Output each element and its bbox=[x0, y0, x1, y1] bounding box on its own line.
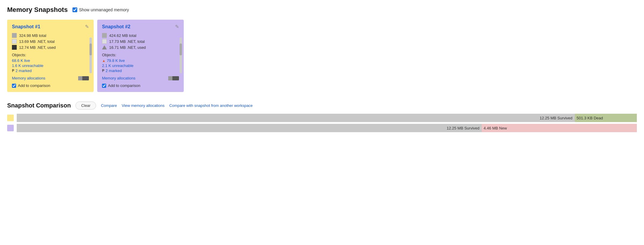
bar-dead-1: 501.3 KB Dead bbox=[575, 114, 637, 122]
snapshot-1-comparison-row: Add to comparison bbox=[12, 83, 89, 88]
snapshot-2-live: ▲ 79.8 K live bbox=[102, 58, 179, 63]
snapshot-2-total: 424.62 MB total bbox=[109, 33, 136, 38]
snapshot-2-alloc-row: Memory allocations bbox=[102, 76, 179, 80]
snapshot-1-mini-bar-inner bbox=[78, 76, 82, 80]
live-arrow-icon: ▲ bbox=[102, 59, 106, 63]
show-unmanaged-label[interactable]: Show unmanaged memory bbox=[72, 7, 129, 12]
snapshot-2-stats: 424.62 MB total 17.73 MB .NET, total 16.… bbox=[102, 33, 179, 50]
snapshot-card-2: Snapshot #2 ✎ 424.62 MB total 17.73 MB .… bbox=[97, 20, 184, 92]
comparison-title: Snapshot Comparison bbox=[7, 102, 71, 109]
snapshot-2-unreachable: 2.1 K unreachable bbox=[102, 63, 179, 68]
snapshot-1-header: Snapshot #1 ✎ bbox=[12, 24, 89, 29]
snapshot-2-scrollbar[interactable] bbox=[180, 38, 182, 73]
bar-wrapper-2: 12.25 MB Survived 4.46 MB New bbox=[17, 124, 637, 132]
snapshot-2-net-used-row: 16.71 MB .NET, used bbox=[102, 45, 179, 50]
snapshot-2-alloc-label[interactable]: Memory allocations bbox=[102, 76, 135, 80]
marked-icon-2: Ᵽ bbox=[102, 68, 104, 73]
show-unmanaged-text: Show unmanaged memory bbox=[79, 7, 129, 12]
snapshot-1-total-row: 324.98 MB total bbox=[12, 33, 89, 38]
snapshot-2-comparison-row: Add to comparison bbox=[102, 83, 179, 88]
snapshot-1-marked: Ᵽ 2 marked bbox=[12, 68, 89, 73]
snapshot-2-mini-bar bbox=[168, 76, 179, 80]
total-color-box-2 bbox=[102, 33, 107, 38]
marked-icon-1: Ᵽ bbox=[12, 68, 14, 73]
snapshot-1-live-text: 68.6 K live bbox=[12, 58, 30, 63]
triangle-up-shape bbox=[102, 45, 107, 49]
snapshot-2-marked-text: 2 marked bbox=[106, 68, 122, 73]
snapshot-2-live-text: 79.8 K live bbox=[107, 58, 125, 63]
snapshot-2-mini-bar-inner bbox=[168, 76, 172, 80]
net-total-color-box-1 bbox=[12, 39, 17, 44]
net-total-color-box-2 bbox=[102, 39, 107, 44]
snapshot-1-compare-checkbox[interactable] bbox=[12, 84, 16, 88]
net-used-color-box-1 bbox=[12, 45, 17, 50]
bar-survived-label-2: 12.25 MB Survived bbox=[447, 126, 479, 130]
snapshot-1-net-used: 12.74 MB .NET, used bbox=[19, 45, 56, 50]
snapshot-2-header: Snapshot #2 ✎ bbox=[102, 24, 179, 29]
bar-survived-1: 12.25 MB Survived bbox=[17, 114, 575, 122]
snapshot-2-marked: Ᵽ 2 marked bbox=[102, 68, 179, 73]
show-unmanaged-checkbox[interactable] bbox=[72, 7, 77, 12]
snapshot-1-net-used-row: 12.74 MB .NET, used bbox=[12, 45, 89, 50]
snapshot-1-alloc-label[interactable]: Memory allocations bbox=[12, 76, 45, 80]
comparison-rows: 12.25 MB Survived 501.3 KB Dead 12.25 MB… bbox=[7, 114, 637, 132]
snapshot-1-title: Snapshot #1 bbox=[12, 24, 40, 29]
snapshot-1-alloc-row: Memory allocations bbox=[12, 76, 89, 80]
snapshot-2-title: Snapshot #2 bbox=[102, 24, 130, 29]
bar-new-2: 4.46 MB New bbox=[482, 124, 637, 132]
snapshot-1-net-total: 13.69 MB .NET, total bbox=[19, 39, 55, 44]
snapshot-1-scrollbar[interactable] bbox=[89, 38, 92, 73]
snapshots-row: Snapshot #1 ✎ 324.98 MB total 13.69 MB .… bbox=[7, 20, 637, 92]
snapshot-1-unreachable: 1.6 K unreachable bbox=[12, 63, 89, 68]
bar-dead-label-1: 501.3 KB Dead bbox=[577, 116, 603, 120]
total-color-box-1 bbox=[12, 33, 17, 38]
net-used-icon-2 bbox=[102, 45, 107, 50]
page-title: Memory Snapshots bbox=[7, 6, 68, 14]
snapshot-1-stats: 324.98 MB total 13.69 MB .NET, total 12.… bbox=[12, 33, 89, 50]
snapshot-1-live: 68.6 K live bbox=[12, 58, 89, 63]
bar-wrapper-1: 12.25 MB Survived 501.3 KB Dead bbox=[17, 114, 637, 122]
snapshot-1-marked-text: 2 marked bbox=[16, 68, 32, 73]
snapshot-2-compare-checkbox[interactable] bbox=[102, 84, 106, 88]
compare-button[interactable]: Compare bbox=[101, 103, 117, 108]
snapshot-2-compare-label: Add to comparison bbox=[108, 83, 140, 88]
comparison-row-2: 12.25 MB Survived 4.46 MB New bbox=[7, 124, 637, 132]
clear-button[interactable]: Clear bbox=[75, 102, 96, 110]
snapshot-card-1: Snapshot #1 ✎ 324.98 MB total 13.69 MB .… bbox=[7, 20, 94, 92]
bar-new-label-2: 4.46 MB New bbox=[484, 126, 507, 130]
compare-other-button[interactable]: Compare with snapshot from another works… bbox=[169, 103, 253, 108]
snapshot-1-edit-icon[interactable]: ✎ bbox=[85, 24, 89, 29]
page-header: Memory Snapshots Show unmanaged memory bbox=[7, 6, 637, 14]
snapshot-1-scroll-thumb bbox=[89, 43, 92, 55]
view-alloc-button[interactable]: View memory allocations bbox=[122, 103, 165, 108]
snapshot-1-net-total-row: 13.69 MB .NET, total bbox=[12, 39, 89, 44]
swatch-1 bbox=[7, 115, 14, 121]
snapshot-2-net-total-row: 17.73 MB .NET, total bbox=[102, 39, 179, 44]
bar-survived-2: 12.25 MB Survived bbox=[17, 124, 482, 132]
snapshot-1-objects-label: Objects: bbox=[12, 53, 89, 57]
comparison-row-1: 12.25 MB Survived 501.3 KB Dead bbox=[7, 114, 637, 122]
swatch-2 bbox=[7, 125, 14, 131]
snapshot-2-net-total: 17.73 MB .NET, total bbox=[109, 39, 145, 44]
snapshot-2-net-used: 16.71 MB .NET, used bbox=[109, 45, 146, 50]
snapshot-2-objects: Objects: ▲ 79.8 K live 2.1 K unreachable… bbox=[102, 53, 179, 73]
snapshot-2-objects-label: Objects: bbox=[102, 53, 179, 57]
snapshot-1-total: 324.98 MB total bbox=[19, 33, 46, 38]
snapshot-2-edit-icon[interactable]: ✎ bbox=[175, 24, 179, 29]
comparison-header: Snapshot Comparison Clear Compare View m… bbox=[7, 102, 637, 110]
snapshot-1-mini-bar bbox=[78, 76, 89, 80]
bar-survived-label-1: 12.25 MB Survived bbox=[540, 116, 572, 120]
snapshot-1-compare-label: Add to comparison bbox=[18, 83, 50, 88]
comparison-section: Snapshot Comparison Clear Compare View m… bbox=[7, 102, 637, 132]
snapshot-1-objects: Objects: 68.6 K live 1.6 K unreachable Ᵽ… bbox=[12, 53, 89, 73]
snapshot-2-scroll-thumb bbox=[180, 43, 182, 55]
snapshot-2-total-row: 424.62 MB total bbox=[102, 33, 179, 38]
